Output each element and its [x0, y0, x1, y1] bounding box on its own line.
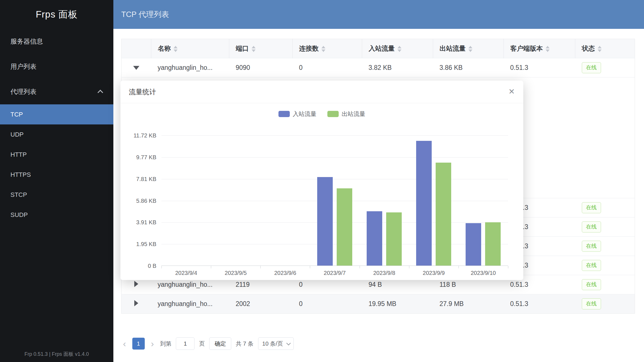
sort-descending-icon[interactable] [468, 49, 472, 52]
sidebar-subitem-http[interactable]: HTTP [0, 145, 113, 165]
goto-page-input[interactable] [176, 337, 195, 350]
table-header-row: 名称端口连接数入站流量出站流量客户端版本状态 [122, 39, 635, 58]
expand-cell [122, 294, 151, 314]
status-badge: 在线 [582, 260, 601, 271]
chart-axis-tick [459, 266, 459, 268]
inbound-bar-2023/9/7 [317, 177, 333, 266]
sort-ascending-icon[interactable] [468, 46, 472, 48]
collapse-row-icon[interactable] [133, 66, 139, 70]
sort-icons[interactable] [252, 46, 256, 52]
sidebar-subitem-https[interactable]: HTTPS [0, 165, 113, 185]
x-axis-tick-label: 2023/9/7 [310, 270, 359, 276]
chart-legend: 入站流量出站流量 [120, 110, 523, 118]
sidebar-item-user-list[interactable]: 用户列表 [0, 54, 113, 79]
legend-swatch [278, 111, 290, 117]
app-title: Frps 面板 [0, 0, 113, 29]
sidebar-item-server-info[interactable]: 服务器信息 [0, 29, 113, 54]
sort-ascending-icon[interactable] [174, 46, 178, 48]
next-page-button[interactable]: › [149, 339, 156, 348]
client-version-cell: 0.51.3 [504, 58, 575, 77]
client-version-cell: 0.51.3 [504, 294, 575, 314]
y-axis-tick-label: 1.95 KB [120, 241, 156, 247]
y-axis-tick-label: 5.86 KB [120, 198, 156, 204]
sort-descending-icon[interactable] [598, 49, 602, 52]
sort-descending-icon[interactable] [174, 49, 178, 52]
sidebar-subitem-udp[interactable]: UDP [0, 124, 113, 145]
column-header-client-version[interactable]: 客户端版本 [504, 39, 575, 58]
sort-ascending-icon[interactable] [598, 46, 602, 48]
column-header-name[interactable]: 名称 [151, 39, 229, 58]
column-header-traffic-in[interactable]: 入站流量 [362, 39, 433, 58]
table-row: yanghuanglin_ho...2002019.95 MB27.9 MB0.… [122, 294, 635, 314]
column-header-connections[interactable]: 连接数 [293, 39, 362, 58]
prev-page-button[interactable]: ‹ [121, 339, 128, 348]
sort-icons[interactable] [598, 46, 602, 52]
page-number-button[interactable]: 1 [132, 338, 145, 350]
sort-ascending-icon[interactable] [397, 46, 401, 48]
sidebar-item-proxy-list[interactable]: 代理列表 [0, 79, 113, 104]
modal-title: 流量统计 [129, 87, 156, 96]
column-header-status[interactable]: 状态 [575, 39, 635, 58]
page-title: TCP 代理列表 [121, 9, 169, 20]
sort-icons[interactable] [546, 46, 550, 52]
column-header-label: 入站流量 [369, 45, 395, 52]
status-cell: 在线 [575, 275, 635, 294]
sidebar-subitem-label: TCP [10, 111, 23, 118]
chart-axis-tick [360, 266, 360, 268]
sort-icons[interactable] [174, 46, 178, 52]
sort-descending-icon[interactable] [252, 49, 256, 52]
sort-icons[interactable] [468, 46, 472, 52]
inbound-bar-2023/9/10 [466, 223, 481, 266]
status-badge: 在线 [582, 298, 601, 309]
sort-ascending-icon[interactable] [321, 46, 325, 48]
x-axis-tick-label: 2023/9/5 [211, 270, 260, 276]
x-axis-tick-label: 2023/9/4 [161, 270, 211, 276]
legend-label: 入站流量 [293, 110, 317, 118]
sidebar-subitem-label: STCP [10, 191, 27, 199]
outbound-bar-2023/9/7 [337, 188, 352, 266]
close-icon[interactable]: ✕ [508, 88, 515, 96]
chart-axis-tick [508, 266, 508, 268]
expand-cell [122, 58, 151, 77]
sort-icons[interactable] [397, 46, 401, 52]
column-header-port[interactable]: 端口 [229, 39, 293, 58]
sort-descending-icon[interactable] [321, 49, 325, 52]
x-axis-tick-label: 2023/9/6 [260, 270, 310, 276]
confirm-button[interactable]: 确定 [209, 337, 231, 350]
goto-suffix-label: 页 [199, 340, 205, 348]
chart-gridline [161, 244, 508, 244]
table-row: yanghuanglin_ho...909003.82 KB3.86 KB0.5… [122, 58, 635, 77]
version-footer: Frp 0.51.3 | Frps 面板 v1.4.0 [0, 351, 113, 357]
status-badge: 在线 [582, 279, 601, 290]
sidebar-item-label: 用户列表 [10, 62, 36, 71]
status-cell: 在线 [575, 294, 635, 314]
sort-ascending-icon[interactable] [252, 46, 256, 48]
connections-cell: 0 [293, 58, 362, 77]
expand-row-icon[interactable] [134, 300, 138, 306]
y-axis-tick-label: 11.72 KB [120, 132, 156, 139]
sidebar-subitem-stcp[interactable]: STCP [0, 185, 113, 205]
legend-item-inbound[interactable]: 入站流量 [278, 110, 317, 118]
column-header-label: 连接数 [299, 45, 319, 52]
pagination: ‹ 1 › 到第 页 确定 共 7 条 10 条/页 [121, 337, 635, 350]
connections-cell: 0 [293, 294, 362, 314]
legend-item-outbound[interactable]: 出站流量 [327, 110, 366, 118]
sort-ascending-icon[interactable] [546, 46, 550, 48]
sidebar-subitem-label: HTTP [10, 151, 27, 158]
sort-descending-icon[interactable] [546, 49, 550, 52]
name-cell: yanghuanglin_ho... [151, 294, 229, 314]
traffic-in-cell: 19.95 MB [362, 294, 433, 314]
chart-axis-tick [409, 266, 409, 268]
column-header-traffic-out[interactable]: 出站流量 [433, 39, 504, 58]
sidebar-subitem-sudp[interactable]: SUDP [0, 205, 113, 225]
expand-row-icon[interactable] [134, 281, 138, 287]
x-axis-tick-label: 2023/9/8 [360, 270, 409, 276]
sidebar-subitem-tcp[interactable]: TCP [0, 104, 113, 124]
page-size-select[interactable]: 10 条/页 [258, 337, 294, 350]
sort-icons[interactable] [321, 46, 325, 52]
sort-descending-icon[interactable] [397, 49, 401, 52]
y-axis-tick-label: 0 B [120, 263, 156, 269]
port-cell: 9090 [229, 58, 293, 77]
traffic-out-cell: 3.86 KB [433, 58, 504, 77]
sidebar: Frps 面板 服务器信息用户列表代理列表TCPUDPHTTPHTTPSSTCP… [0, 0, 113, 362]
